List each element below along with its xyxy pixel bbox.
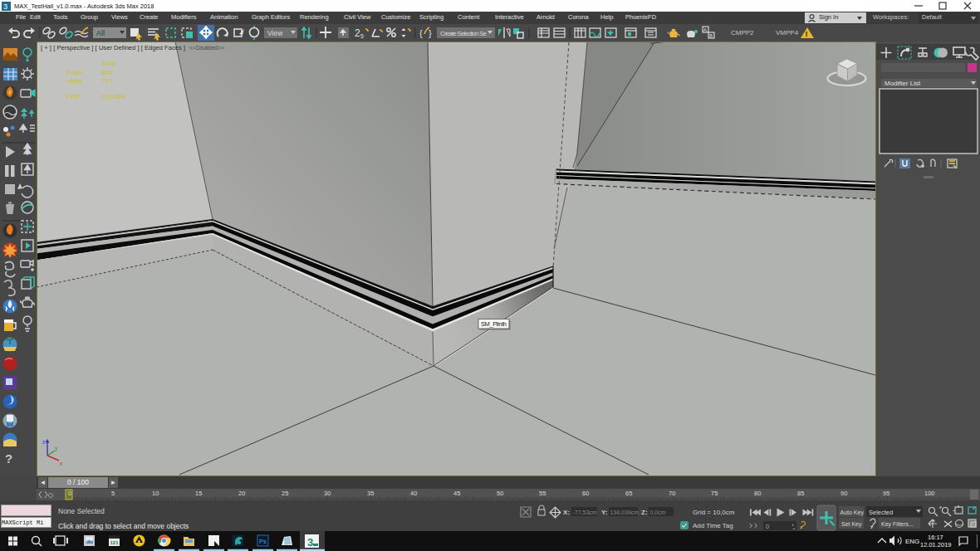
svg-text:5: 5 [111, 490, 115, 497]
svg-text:90: 90 [840, 490, 847, 497]
svg-text:0: 0 [68, 490, 71, 497]
svg-text:20: 20 [238, 490, 245, 497]
svg-text:Key Filters...: Key Filters... [881, 521, 914, 528]
svg-text:!: ! [806, 30, 808, 38]
svg-text:35: 35 [367, 490, 374, 497]
svg-text:ENG: ENG [905, 538, 919, 545]
svg-text:0: 0 [766, 523, 769, 530]
svg-text:65: 65 [625, 490, 632, 497]
svg-text:75: 75 [711, 490, 718, 497]
svg-text:5: 5 [360, 33, 364, 39]
svg-text:Y:: Y: [601, 509, 607, 516]
svg-text:View: View [267, 29, 283, 37]
svg-text:15: 15 [195, 490, 202, 497]
svg-text:2: 2 [355, 27, 360, 39]
svg-text:40: 40 [410, 490, 417, 497]
svg-text:All: All [96, 29, 105, 37]
svg-text:100: 100 [924, 490, 935, 497]
svg-text:45: 45 [453, 490, 460, 497]
svg-text:[ + ] [ Perspective ] [ User D: [ + ] [ Perspective ] [ User Defined ] [… [41, 44, 185, 51]
svg-text:X:: X: [563, 509, 570, 516]
svg-text:Polys:: Polys: [66, 69, 85, 76]
svg-text:16:17: 16:17 [928, 534, 943, 541]
svg-text:}: } [429, 28, 432, 38]
svg-text:Verts:: Verts: [66, 77, 83, 85]
svg-text:Total: Total [101, 60, 115, 67]
svg-text:10: 10 [152, 490, 159, 497]
svg-text:3: 3 [307, 536, 313, 549]
svg-text:-77,53cm: -77,53cm [573, 510, 597, 515]
svg-text:797: 797 [101, 77, 113, 85]
svg-text:z: z [42, 439, 45, 445]
svg-text:CMPP2: CMPP2 [731, 29, 754, 37]
svg-text:60: 60 [582, 490, 589, 497]
svg-text:229,854: 229,854 [101, 93, 125, 100]
svg-text:Create Selection Se: Create Selection Se [440, 30, 488, 37]
svg-text:95: 95 [883, 490, 889, 497]
svg-text:FPS:: FPS: [66, 93, 81, 100]
svg-text:<<Disabled>>: <<Disabled>> [189, 45, 224, 51]
svg-text:Add Time Tag: Add Time Tag [693, 522, 733, 529]
svg-text:Auto Key: Auto Key [840, 510, 865, 516]
svg-text:{: { [419, 28, 423, 38]
svg-text:80: 80 [754, 490, 761, 497]
svg-text:55: 55 [539, 490, 546, 497]
svg-text:3: 3 [3, 2, 7, 11]
svg-text:Modifier List: Modifier List [884, 80, 921, 87]
svg-text:12.01.2019: 12.01.2019 [920, 541, 952, 549]
svg-text:Set Key: Set Key [841, 521, 862, 528]
svg-text:?: ? [5, 451, 12, 466]
svg-text:30: 30 [324, 490, 331, 497]
svg-text:B: B [709, 33, 713, 38]
svg-text:0,0cm: 0,0cm [650, 510, 666, 515]
svg-text:Grid = 10,0cm: Grid = 10,0cm [693, 509, 735, 516]
svg-text:Ps: Ps [259, 538, 267, 545]
svg-text:70: 70 [669, 490, 675, 497]
svg-text:50: 50 [497, 490, 503, 497]
svg-text:85: 85 [797, 490, 804, 497]
svg-text:25: 25 [282, 490, 288, 497]
svg-text:Selected: Selected [869, 509, 893, 516]
svg-text:Z:: Z: [641, 509, 648, 516]
svg-text:664: 664 [101, 69, 113, 76]
svg-text:134,039cm: 134,039cm [610, 510, 639, 515]
svg-text:121: 121 [110, 540, 120, 545]
svg-text:SM_Plinth: SM_Plinth [481, 320, 507, 328]
svg-text:VMPP4: VMPP4 [776, 29, 799, 37]
svg-text:A: A [703, 27, 707, 32]
